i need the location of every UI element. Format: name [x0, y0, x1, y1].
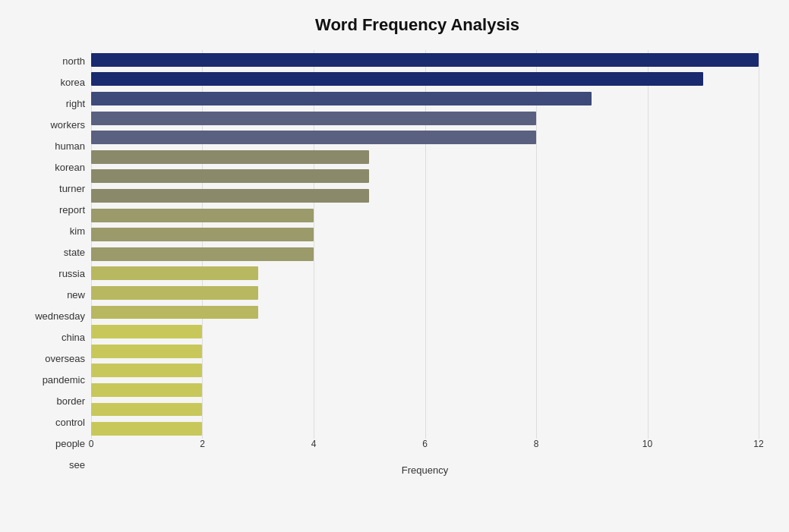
- y-label-korean: korean: [55, 158, 85, 176]
- plot-area: 024681012 Frequency: [91, 50, 759, 476]
- y-label-russia: russia: [58, 264, 85, 282]
- bar-row-workers: [91, 109, 759, 128]
- y-label-workers: workers: [50, 115, 85, 134]
- chart-container: Word Frequency Analysis northkorearightw…: [0, 0, 789, 532]
- y-label-people: people: [55, 435, 85, 453]
- x-axis-title: Frequency: [91, 464, 759, 476]
- y-label-right: right: [66, 94, 85, 112]
- bar-row-control: [91, 380, 759, 400]
- bar-report: [91, 189, 369, 203]
- bar-row-russia: [91, 244, 759, 264]
- bar-china: [91, 306, 258, 320]
- bar-new: [91, 266, 258, 280]
- bar-right: [91, 92, 592, 105]
- bar-human: [91, 131, 536, 144]
- bar-russia: [91, 247, 314, 261]
- y-label-kim: kim: [70, 222, 85, 240]
- y-label-pandemic: pandemic: [43, 371, 85, 389]
- bar-turner: [91, 169, 369, 183]
- chart-title: Word Frequency Analysis: [15, 15, 759, 35]
- chart-area: northkorearightworkershumankoreanturnerr…: [15, 50, 759, 476]
- bar-row-korean: [91, 147, 759, 167]
- bar-row-korea: [91, 70, 759, 90]
- bar-row-pandemic: [91, 342, 759, 361]
- bar-wednesday: [91, 286, 258, 300]
- bar-row-turner: [91, 167, 759, 187]
- grid-line-12: [759, 50, 759, 439]
- x-tick-4: 4: [311, 439, 317, 449]
- bar-north: [91, 53, 759, 67]
- bar-row-overseas: [91, 322, 759, 342]
- bars-container: [91, 50, 759, 439]
- bar-row-state: [91, 225, 759, 244]
- x-tick-0: 0: [89, 439, 94, 449]
- bar-see: [91, 422, 202, 436]
- y-axis: northkorearightworkershumankoreanturnerr…: [15, 50, 91, 476]
- y-label-report: report: [59, 200, 85, 219]
- bar-border: [91, 364, 202, 377]
- bar-row-china: [91, 303, 759, 323]
- y-label-turner: turner: [59, 179, 85, 197]
- bar-row-border: [91, 361, 759, 381]
- bar-workers: [91, 112, 536, 125]
- bar-state: [91, 228, 314, 241]
- y-label-overseas: overseas: [45, 350, 85, 368]
- x-tick-8: 8: [534, 439, 539, 449]
- bar-row-report: [91, 186, 759, 206]
- bar-kim: [91, 209, 314, 222]
- x-axis-area: 024681012: [91, 439, 759, 461]
- bar-overseas: [91, 325, 202, 338]
- x-tick-2: 2: [200, 439, 205, 449]
- y-label-korea: korea: [60, 73, 85, 91]
- y-label-control: control: [55, 414, 85, 432]
- x-tick-12: 12: [753, 439, 763, 449]
- y-label-new: new: [67, 286, 85, 304]
- bar-row-wednesday: [91, 283, 759, 303]
- y-label-wednesday: wednesday: [35, 307, 85, 326]
- x-tick-6: 6: [422, 439, 428, 449]
- bar-row-human: [91, 127, 759, 147]
- y-label-north: north: [62, 52, 85, 70]
- y-label-see: see: [69, 456, 85, 474]
- bar-korea: [91, 72, 703, 86]
- bar-row-right: [91, 89, 759, 109]
- bar-pandemic: [91, 345, 202, 358]
- bar-control: [91, 383, 202, 397]
- bar-row-north: [91, 50, 759, 70]
- y-label-state: state: [64, 243, 85, 261]
- bar-row-new: [91, 264, 759, 284]
- bar-row-kim: [91, 206, 759, 225]
- bar-row-see: [91, 419, 759, 439]
- bar-people: [91, 403, 202, 417]
- y-label-border: border: [56, 392, 85, 411]
- bar-row-people: [91, 400, 759, 420]
- y-label-china: china: [62, 329, 85, 347]
- x-tick-10: 10: [642, 439, 652, 449]
- y-label-human: human: [55, 137, 85, 155]
- bar-korean: [91, 150, 369, 164]
